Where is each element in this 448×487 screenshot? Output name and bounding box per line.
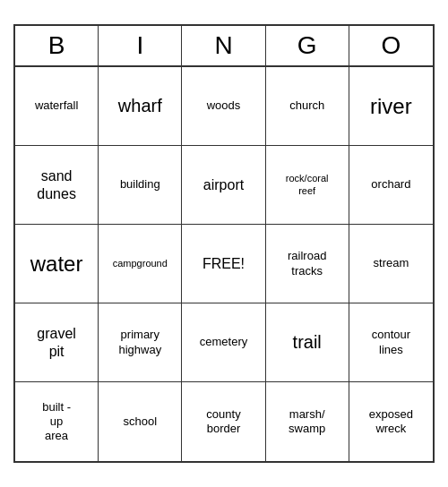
header-letter: N xyxy=(182,26,265,65)
bingo-cell-5: sand dunes xyxy=(15,146,99,225)
header-letter: B xyxy=(15,26,99,65)
bingo-cell-7: airport xyxy=(182,146,265,225)
bingo-cell-11: campground xyxy=(99,225,182,303)
bingo-cell-24: exposed wreck xyxy=(349,382,433,461)
header-letter: G xyxy=(266,26,349,65)
bingo-grid: waterfallwharfwoodschurchriversand dunes… xyxy=(15,67,433,461)
bingo-cell-21: school xyxy=(99,382,182,461)
bingo-cell-8: rock/coral reef xyxy=(266,146,349,225)
bingo-cell-10: water xyxy=(15,225,99,303)
bingo-cell-4: river xyxy=(349,67,433,146)
bingo-cell-13: railroad tracks xyxy=(266,225,349,303)
bingo-card: BINGO waterfallwharfwoodschurchriversand… xyxy=(13,24,435,463)
bingo-cell-16: primary highway xyxy=(99,303,182,382)
bingo-cell-19: contour lines xyxy=(349,303,433,382)
header-letter: O xyxy=(349,26,433,65)
bingo-cell-17: cemetery xyxy=(182,303,265,382)
bingo-cell-6: building xyxy=(99,146,182,225)
header-letter: I xyxy=(99,26,182,65)
bingo-cell-2: woods xyxy=(182,67,265,146)
bingo-cell-0: waterfall xyxy=(15,67,99,146)
bingo-cell-23: marsh/ swamp xyxy=(266,382,349,461)
bingo-cell-1: wharf xyxy=(99,67,182,146)
bingo-cell-18: trail xyxy=(266,303,349,382)
bingo-cell-15: gravel pit xyxy=(15,303,99,382)
bingo-cell-9: orchard xyxy=(349,146,433,225)
bingo-cell-12: FREE! xyxy=(182,225,265,303)
bingo-cell-3: church xyxy=(266,67,349,146)
bingo-cell-20: built - up area xyxy=(15,382,99,461)
bingo-cell-22: county border xyxy=(182,382,265,461)
bingo-cell-14: stream xyxy=(349,225,433,303)
bingo-header: BINGO xyxy=(15,26,433,67)
